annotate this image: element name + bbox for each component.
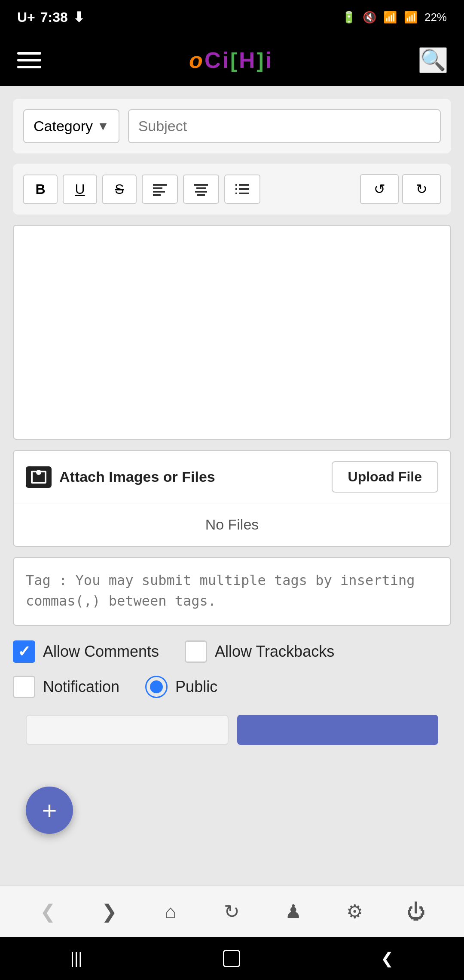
mute-icon: 🔇 [363,11,376,24]
notification-checkbox[interactable] [13,676,35,698]
attach-header: Attach Images or Files Upload File [14,451,450,503]
allow-trackbacks-label: Allow Trackbacks [215,643,334,661]
browser-power-button[interactable]: ⏻ [399,894,433,929]
align-center-button[interactable] [183,175,219,204]
no-files-label: No Files [14,503,450,546]
undo-button[interactable]: ↺ [360,174,399,204]
svg-rect-9 [239,184,249,186]
android-recent-button[interactable]: ||| [70,949,82,968]
editor-toolbar-card: B U S [13,164,451,214]
refresh-icon: ↻ [224,900,240,922]
gear-icon: ⚙ [346,900,363,922]
browser-settings-button[interactable]: ⚙ [338,894,372,929]
wifi-icon: 📶 [383,11,397,24]
attach-label: Attach Images or Files [26,466,215,488]
signal-icon: 📶 [404,11,418,24]
browser-home-button[interactable]: ⌂ [153,894,188,929]
browser-back-button[interactable]: ❮ [31,894,65,929]
options-row-2: Notification Public [13,676,451,698]
attach-section: Attach Images or Files Upload File No Fi… [13,450,451,547]
browser-user-button[interactable]: ♟ [276,894,311,929]
svg-rect-1 [153,187,162,189]
redo-button[interactable]: ↻ [402,174,441,204]
category-label: Category [34,118,93,135]
svg-rect-7 [197,194,205,196]
carrier-label: U+ [17,9,35,25]
forward-icon: ❯ [101,900,117,922]
svg-rect-8 [235,184,237,186]
power-icon: ⏻ [406,901,425,922]
allow-trackbacks-option: Allow Trackbacks [185,640,334,663]
undo-redo-group: ↺ ↻ [360,174,441,204]
android-back-button[interactable]: ❮ [381,949,394,968]
android-nav: ||| ❮ [0,937,464,980]
public-radio[interactable] [145,676,168,698]
browser-forward-button[interactable]: ❯ [92,894,126,929]
camera-icon [26,466,52,488]
underline-button[interactable]: U [63,175,97,204]
bottom-hint [13,713,451,747]
list-icon [235,181,250,197]
app-logo: oCi[H]i [189,47,272,73]
tag-section [13,557,451,626]
main-content: Category ▼ B U S [0,86,464,885]
svg-rect-5 [196,187,206,189]
options-row-1: Allow Comments Allow Trackbacks [13,640,451,663]
svg-rect-13 [239,193,249,194]
svg-rect-10 [235,188,237,190]
allow-trackbacks-checkbox[interactable] [185,640,207,663]
category-dropdown[interactable]: Category ▼ [23,109,119,143]
browser-refresh-button[interactable]: ↻ [215,894,249,929]
bold-button[interactable]: B [23,175,58,204]
editor-toolbar: B U S [23,174,441,204]
upload-file-button[interactable]: Upload File [332,461,438,493]
allow-comments-label: Allow Comments [43,643,159,661]
status-left: U+ 7:38 ⬇ [17,9,85,25]
list-button[interactable] [224,175,260,204]
svg-rect-3 [153,194,161,196]
user-icon: ♟ [285,900,302,922]
time-label: 7:38 [40,9,68,25]
allow-comments-checkbox[interactable] [13,640,35,663]
menu-button[interactable] [17,52,41,68]
svg-rect-4 [194,184,208,186]
download-icon: ⬇ [73,9,85,25]
editor-area[interactable] [13,225,451,440]
status-right: 🔋 🔇 📶 📶 22% [342,11,447,24]
align-left-button[interactable] [142,175,178,204]
svg-rect-2 [153,191,165,193]
subject-input[interactable] [128,109,441,143]
search-button[interactable]: 🔍 [419,47,447,73]
battery-percent: 22% [424,11,447,24]
top-row: Category ▼ [13,99,451,153]
browser-nav-bar: ❮ ❯ ⌂ ↻ ♟ ⚙ ⏻ [0,885,464,937]
svg-rect-6 [195,191,207,193]
strikethrough-button[interactable]: S [102,175,137,204]
submit-button-hint[interactable] [237,715,438,745]
fab-button[interactable]: + [26,787,73,834]
notification-option: Notification [13,676,119,698]
cancel-button-hint[interactable] [26,715,229,745]
public-label: Public [175,678,217,696]
home-square-icon [223,950,240,967]
back-chevron-icon: ❮ [381,949,394,968]
allow-comments-option: Allow Comments [13,640,159,663]
align-left-icon [152,181,168,197]
battery-icon: 🔋 [342,11,356,24]
svg-rect-11 [239,188,249,190]
svg-rect-0 [153,184,167,186]
svg-rect-12 [235,193,237,194]
public-option: Public [145,676,217,698]
status-bar: U+ 7:38 ⬇ 🔋 🔇 📶 📶 22% [0,0,464,34]
chevron-down-icon: ▼ [97,119,109,133]
back-icon: ❮ [40,900,56,922]
options-section: Allow Comments Allow Trackbacks Notifica… [13,636,451,702]
android-home-button[interactable] [223,950,240,967]
top-nav: oCi[H]i 🔍 [0,34,464,86]
align-center-icon [193,181,209,197]
notification-label: Notification [43,678,119,696]
home-icon: ⌂ [165,901,177,922]
recent-apps-icon: ||| [70,949,82,968]
tag-input[interactable] [26,570,438,611]
